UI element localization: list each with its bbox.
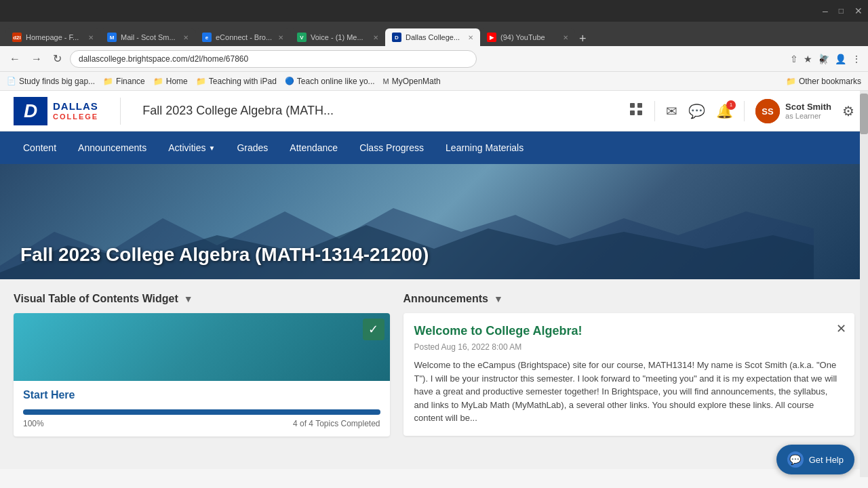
logo-text: DALLAS COLLEGE (53, 100, 98, 121)
browser-tab-4[interactable]: V Voice - (1) Me... ✕ (290, 28, 385, 46)
content-card-start-here: ✓ Start Here 100% 4 of 4 Topics Complete… (14, 313, 390, 436)
nav-item-content[interactable]: Content (14, 138, 66, 157)
bookmark-6[interactable]: M MyOpenMath (383, 77, 441, 86)
browser-chrome: – □ ✕ d2l Homepage - F... ✕ M Mail - Sco… (0, 0, 868, 91)
progress-labels: 100% 4 of 4 Topics Completed (23, 419, 380, 428)
card-title-start-here[interactable]: Start Here (14, 381, 390, 409)
widget-toc-arrow: ▼ (184, 293, 193, 304)
bookmark-5[interactable]: 🔵 Teach online like yo... (285, 77, 375, 86)
tab-close-1[interactable]: ✕ (88, 34, 94, 41)
lms-header: D DALLAS COLLEGE Fall 2023 College Algeb… (0, 91, 868, 131)
bookmark-folder-icon-other: 📁 (786, 77, 796, 86)
course-title-header: Fall 2023 College Algebra (MATH... (142, 104, 334, 118)
tab-close-3[interactable]: ✕ (278, 34, 283, 41)
announcements-arrow-icon[interactable]: ▼ (494, 293, 503, 304)
bookmark-star-icon[interactable]: ★ (804, 54, 812, 64)
bookmarks-bar: 📄 Study finds big gap... 📁 Finance 📁 Hom… (0, 72, 868, 91)
messages-button[interactable]: 💬 (688, 103, 705, 119)
browser-tab-3[interactable]: e eConnect - Bro... ✕ (195, 28, 290, 46)
minimize-btn[interactable]: – (823, 5, 828, 16)
nav-label-class-progress: Class Progress (359, 142, 424, 153)
tab-close-2[interactable]: ✕ (183, 34, 189, 41)
close-btn[interactable]: ✕ (854, 5, 863, 16)
address-bar[interactable] (70, 50, 477, 68)
bookmark-page-icon-6: M (383, 77, 389, 85)
svg-rect-2 (630, 110, 635, 115)
announcement-close-button[interactable]: ✕ (836, 321, 846, 336)
nav-item-activities[interactable]: Activities ▼ (159, 138, 224, 157)
card-check-icon: ✓ (363, 319, 384, 340)
hero-banner: Fall 2023 College Algebra (MATH-1314-212… (0, 164, 868, 279)
settings-button[interactable]: ⚙ (842, 103, 854, 119)
nav-item-grades[interactable]: Grades (227, 138, 277, 157)
bookmark-folder-icon-4: 📁 (196, 77, 206, 86)
extension-icon[interactable]: 🪰 (818, 54, 829, 64)
topics-completed-label: 4 of 4 Topics Completed (293, 419, 380, 428)
browser-tab-1[interactable]: d2l Homepage - F... ✕ (5, 28, 100, 46)
bookmark-other[interactable]: 📁 Other bookmarks (786, 77, 861, 86)
user-role: as Learner (785, 112, 831, 120)
scrollbar-thumb[interactable] (860, 94, 868, 134)
header-logo-divider (120, 98, 121, 125)
apps-grid-button[interactable]: ​ (629, 102, 644, 120)
bookmark-1[interactable]: 📄 Study finds big gap... (7, 77, 95, 86)
right-widget: Announcements ▼ ✕ Welcome to College Alg… (403, 293, 854, 455)
tab-close-4[interactable]: ✕ (373, 34, 378, 41)
user-avatar: SS (755, 99, 780, 123)
hero-mountains-svg (0, 198, 814, 279)
profile-icon[interactable]: 👤 (835, 54, 846, 64)
left-widget: Visual Table of Contents Widget ▼ ✓ Star… (14, 293, 390, 455)
tab-close-5[interactable]: ✕ (468, 34, 473, 41)
maximize-btn[interactable]: □ (839, 6, 844, 16)
progress-percent-label: 100% (23, 419, 44, 428)
nav-item-learning-materials[interactable]: Learning Materials (436, 138, 533, 157)
back-button[interactable]: ← (7, 50, 23, 68)
widget-header-toc[interactable]: Visual Table of Contents Widget ▼ (14, 293, 390, 305)
browser-tab-2[interactable]: M Mail - Scot Sm... ✕ (100, 28, 195, 46)
forward-button[interactable]: → (28, 50, 45, 68)
tab-label-4: Voice - (1) Me... (311, 33, 363, 41)
header-divider-1 (654, 101, 655, 121)
header-divider-2 (744, 101, 745, 121)
page-scrollbar[interactable] (860, 91, 868, 477)
notifications-button[interactable]: 🔔 1 (716, 103, 733, 119)
hero-title: Fall 2023 College Algebra (MATH-1314-212… (20, 244, 429, 266)
bookmark-3[interactable]: 📁 Home (153, 77, 188, 86)
tab-icon-5: D (392, 33, 401, 42)
tab-icon-2: M (107, 33, 117, 42)
tab-label-6: (94) YouTube (500, 33, 545, 41)
user-section[interactable]: SS Scot Smith as Learner (755, 99, 831, 123)
logo-name-top: DALLAS (53, 100, 98, 113)
nav-label-activities: Activities (168, 142, 205, 153)
menu-icon[interactable]: ⋮ (852, 54, 861, 64)
bookmark-4[interactable]: 📁 Teaching with iPad (196, 77, 277, 86)
email-button[interactable]: ✉ (666, 103, 677, 119)
user-name: Scot Smith (785, 102, 831, 112)
nav-item-attendance[interactable]: Attendance (280, 138, 347, 157)
bookmark-page-icon-1: 📄 (7, 77, 16, 85)
dallas-college-logo[interactable]: D DALLAS COLLEGE (14, 97, 98, 125)
lms-navigation: Content Announcements Activities ▼ Grade… (0, 131, 868, 164)
lms-wrapper: D DALLAS COLLEGE Fall 2023 College Algeb… (0, 91, 868, 469)
card-image-start-here: ✓ (14, 313, 390, 381)
tab-label-5: Dallas College... (406, 33, 460, 41)
nav-item-announcements[interactable]: Announcements (68, 138, 156, 157)
announcement-title[interactable]: Welcome to College Algebra! (414, 324, 844, 338)
svg-rect-0 (630, 103, 635, 108)
svg-text:SS: SS (762, 106, 774, 117)
tab-icon-6: ▶ (487, 33, 496, 42)
new-tab-button[interactable]: + (575, 32, 591, 46)
browser-tab-5[interactable]: D Dallas College... ✕ (385, 28, 480, 46)
progress-section: 100% 4 of 4 Topics Completed (14, 409, 390, 436)
get-help-button[interactable]: 💬 Get Help (776, 445, 854, 474)
nav-label-attendance: Attendance (290, 142, 338, 153)
header-icons: ​ ✉ 💬 🔔 1 SS (629, 99, 854, 123)
share-icon[interactable]: ⇧ (790, 54, 798, 64)
nav-item-class-progress[interactable]: Class Progress (350, 138, 433, 157)
browser-tab-6[interactable]: ▶ (94) YouTube ✕ (480, 28, 575, 46)
bookmark-page-icon-5: 🔵 (285, 77, 294, 85)
reload-button[interactable]: ↻ (50, 49, 64, 68)
nav-bar: ← → ↻ ⇧ ★ 🪰 👤 ⋮ (0, 46, 868, 72)
tab-close-6[interactable]: ✕ (563, 34, 568, 41)
bookmark-2[interactable]: 📁 Finance (103, 77, 145, 86)
